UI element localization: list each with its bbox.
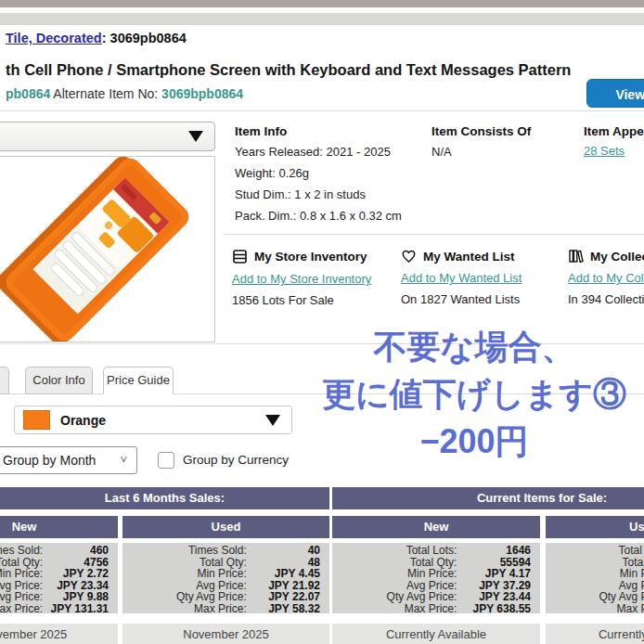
color-swatch-orange — [23, 410, 50, 430]
item-info-lines: Years Released: 2021 - 2025 Weight: 0.26… — [235, 141, 402, 226]
alt-item-no: 3069bpb0864 — [161, 86, 243, 101]
group-by-currency-checkbox[interactable] — [158, 452, 174, 469]
content-divider — [0, 343, 644, 344]
breadcrumb-colon: : — [102, 31, 110, 45]
column-header-sales-used: Used — [122, 516, 329, 538]
my-store-block: My Store Inventory Add to My Store Inven… — [232, 249, 399, 311]
group-by-currency-label: Group by Currency — [183, 453, 289, 467]
pack-dim: Pack. Dim.: 0.8 x 1.6 x 0.32 cm — [235, 205, 402, 226]
breadcrumb-item-id: 3069pb0864 — [110, 31, 187, 45]
price-cell-sales-new: Times Sold:460 Total Qty:4756 Min Price:… — [0, 543, 118, 613]
breadcrumb-category-link[interactable]: Tile, Decorated — [6, 31, 102, 45]
color-select-dropdown[interactable]: Orange — [14, 406, 292, 434]
years-released: Years Released: 2021 - 2025 — [235, 141, 402, 162]
collection-books-icon — [568, 249, 584, 264]
product-image — [0, 157, 214, 341]
price-cell-sales-used: Times Sold:40 Total Qty:48 Min Price:JPY… — [122, 543, 329, 613]
section-last-6-months: Last 6 Months Sales: — [0, 487, 329, 509]
group-by-value: Group by Month — [3, 453, 96, 468]
column-header-sales-new: New — [0, 516, 118, 538]
my-collection-block: My Collect Add to My Coll In 394 Collect… — [568, 249, 644, 310]
tab-price-guide[interactable]: Price Guide — [103, 367, 174, 394]
page-title: th Cell Phone / Smartphone Screen with K… — [6, 61, 599, 79]
my-collection-heading: My Collect — [590, 250, 644, 264]
next-row-current-new: Currently Available — [332, 624, 540, 644]
product-image-frame — [0, 156, 215, 342]
lots-for-sale: 1856 Lots For Sale — [232, 290, 399, 311]
item-no: pb0864 — [6, 86, 50, 101]
next-row-current-used: Currently Available — [546, 624, 644, 644]
price-cell-current-new: Total Lots:1646 Total Qty:55594 Min Pric… — [332, 543, 540, 613]
in-collections: In 394 Collecti — [568, 289, 644, 310]
overlay-line-3: −200円 — [295, 418, 644, 465]
my-store-heading: My Store Inventory — [254, 250, 367, 264]
store-inventory-icon — [232, 249, 248, 264]
column-header-current-new: New — [332, 516, 540, 538]
select-chevron-icon: ˅ — [120, 447, 127, 473]
group-by-select[interactable]: Group by Month ˅ — [0, 446, 137, 474]
item-consists-value: N/A — [431, 141, 452, 162]
heart-icon — [401, 249, 417, 264]
column-header-current-used: Used — [546, 516, 644, 538]
section-divider — [224, 234, 644, 235]
price-cell-current-used: Total Lots: Total Qty: Min Price: Avg Pr… — [546, 543, 644, 613]
page: Tile, Decorated: 3069pb0864 th Cell Phon… — [0, 0, 644, 644]
item-number-row: pb0864 Alternate Item No: 3069bpb0864 — [6, 86, 243, 101]
dropdown-arrow-icon — [265, 415, 280, 426]
next-row-sales-used: November 2025 — [122, 624, 329, 644]
on-wanted-lists: On 1827 Wanted Lists — [401, 289, 559, 310]
image-view-dropdown[interactable] — [0, 122, 215, 151]
top-strip-light — [0, 13, 644, 25]
my-wanted-heading: My Wanted List — [423, 250, 515, 264]
alt-item-label: Alternate Item No: — [50, 86, 161, 101]
next-row-sales-new: November 2025 — [0, 624, 118, 644]
section-current-items: Current Items for Sale: — [332, 487, 644, 509]
breadcrumb: Tile, Decorated: 3069pb0864 — [6, 31, 187, 45]
item-info-heading: Item Info — [235, 124, 287, 138]
item-consists-heading: Item Consists Of — [431, 124, 531, 138]
tab-color-info[interactable]: Color Info — [25, 367, 93, 394]
overlay-line-1: 不要な場合、 — [295, 323, 644, 370]
view-price-guide-button[interactable]: View Pri — [586, 79, 644, 108]
add-store-inventory-link[interactable]: Add to My Store Inventory — [232, 272, 371, 286]
my-wanted-block: My Wanted List Add to My Wanted List On … — [401, 249, 559, 310]
color-selected-label: Orange — [60, 413, 106, 428]
stud-dim: Stud Dim.: 1 x 2 in studs — [235, 184, 402, 205]
tab-baseline — [0, 393, 644, 394]
item-appears-heading: Item Appea — [584, 124, 644, 138]
add-wanted-list-link[interactable]: Add to My Wanted List — [401, 271, 522, 285]
header-divider — [0, 110, 644, 111]
add-collection-link[interactable]: Add to My Coll — [568, 271, 644, 285]
appears-in-sets-link[interactable]: 28 Sets — [584, 144, 625, 158]
weight: Weight: 0.26g — [235, 162, 402, 184]
dropdown-arrow-icon — [188, 131, 203, 142]
tab-fragment[interactable] — [0, 367, 9, 394]
top-strip-dark — [0, 0, 644, 7]
